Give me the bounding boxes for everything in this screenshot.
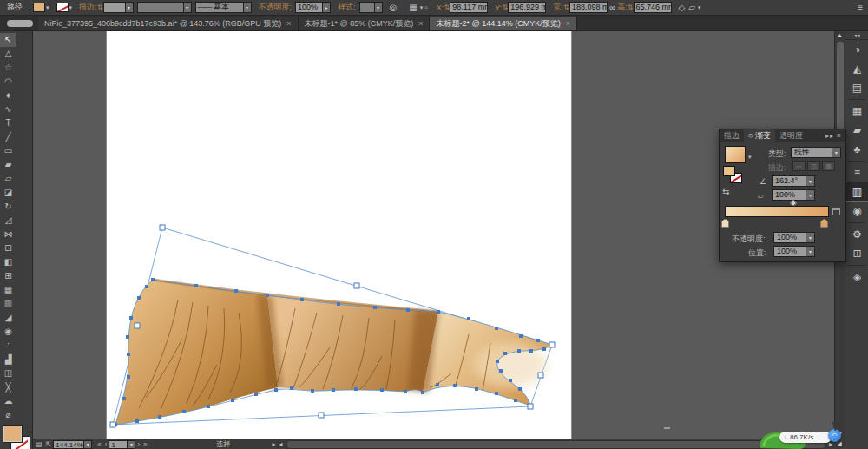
gradient-thumbnail-swatch[interactable] — [725, 146, 746, 163]
rotate-tool-icon[interactable]: ↻ — [0, 200, 16, 214]
style-dropdown-icon[interactable]: ▾ — [375, 2, 383, 13]
close-tab-icon[interactable]: × — [286, 19, 291, 28]
speed-readout[interactable]: ↓86.7K/s — [779, 432, 832, 443]
gradient-angle-field[interactable]: 162.4° — [772, 175, 806, 187]
style-label[interactable]: 样式: — [338, 2, 356, 13]
panel-collapse-icon[interactable]: ▸▸ — [825, 132, 834, 140]
height-field[interactable]: 65.746 mm — [634, 2, 672, 13]
pen-tool-icon[interactable]: ♦ — [0, 89, 16, 102]
stroke-stepper[interactable]: ⇅ — [97, 2, 103, 13]
close-tab-icon[interactable]: × — [418, 19, 423, 28]
width-tool-icon[interactable]: ⋈ — [0, 228, 16, 241]
panel-tab-gradient[interactable]: ○ 渐变 — [744, 129, 775, 142]
document-setup-icon[interactable]: ◎ — [390, 3, 398, 12]
eraser-tool-icon[interactable]: ◪ — [0, 186, 16, 200]
panel-tab-transparency[interactable]: 透明度 — [775, 129, 807, 142]
artboards-panel-icon[interactable]: ▦ — [845, 102, 868, 121]
document-tab-1[interactable]: NiPic_377395_406b9cdd7b17c93b.ai* @ 143.… — [38, 17, 299, 30]
angle-dropdown-icon[interactable]: ▾ — [806, 175, 815, 187]
prev-artboard-icon[interactable]: ‹ — [105, 440, 108, 448]
shear-icon[interactable]: ▱ — [688, 3, 695, 12]
align-dropdown-icon[interactable]: ▾ — [420, 4, 424, 11]
width-profile-dropdown-icon[interactable]: ▾ — [184, 2, 192, 13]
layers-panel-icon[interactable]: ◈ — [845, 267, 868, 287]
fill-dropdown-icon[interactable]: ▾ — [46, 4, 49, 11]
lasso-tool-icon[interactable]: ◠ — [0, 75, 16, 89]
stroke-weight-field[interactable] — [103, 2, 126, 13]
artboard-number-field[interactable]: 1 — [108, 440, 128, 449]
selection-tool-icon[interactable]: ↖ — [0, 33, 16, 47]
gradient-stop-start[interactable] — [721, 219, 729, 228]
tools-panel-grip[interactable] — [7, 20, 33, 27]
opacity-dropdown-icon[interactable]: ▸ — [323, 2, 331, 13]
stroke-weight-label[interactable]: 描边: — [79, 2, 97, 13]
free-transform-tool-icon[interactable]: ⊡ — [0, 241, 16, 255]
aspect-ratio-field[interactable]: 100% — [772, 189, 806, 201]
paintbrush-tool-icon[interactable]: ▰ — [0, 158, 16, 172]
artboard-tool-icon[interactable]: ◫ — [0, 366, 16, 380]
fill-swatch[interactable] — [33, 3, 45, 12]
style-field[interactable] — [359, 2, 375, 13]
curvature-tool-icon[interactable]: ∿ — [0, 102, 16, 116]
gradient-fill-stroke-pair[interactable] — [723, 166, 746, 185]
transform-panel-icon[interactable]: ⊞ — [845, 244, 868, 263]
fill-proxy-swatch[interactable] — [3, 426, 22, 442]
stop-opacity-dropdown-icon[interactable]: ▾ — [806, 232, 815, 243]
appearance-panel-icon[interactable]: ◉ — [845, 201, 868, 221]
width-stepper[interactable]: ⇅ — [563, 2, 569, 13]
status-icon-2[interactable]: ⇱ — [46, 440, 52, 448]
symbols-panel-icon[interactable]: ♣ — [845, 140, 868, 159]
stop-location-dropdown-icon[interactable]: ▾ — [806, 246, 815, 257]
canvas-pasteboard[interactable] — [33, 31, 834, 439]
stroke-weight-dropdown-icon[interactable]: ▾ — [126, 2, 134, 13]
reverse-gradient-icon[interactable]: ⇆ — [722, 187, 729, 196]
blend-tool-icon[interactable]: ◉ — [0, 325, 16, 339]
gradient-type-field[interactable]: 线性 — [791, 147, 832, 158]
panel-menu-icon[interactable]: ≡ — [837, 132, 842, 140]
document-tab-3-active[interactable]: 未标题-2* @ 144.14% (CMYK/预览)× — [430, 17, 576, 30]
type-tool-icon[interactable]: T — [0, 116, 16, 130]
brush-dropdown-icon[interactable]: ▾ — [244, 2, 252, 13]
transform-icon[interactable]: ◇ — [679, 3, 686, 12]
rectangle-tool-icon[interactable]: ▭ — [0, 144, 16, 158]
gradient-stop-end[interactable] — [820, 219, 828, 228]
document-tab-2[interactable]: 未标题-1* @ 85% (CMYK/预览)× — [299, 17, 431, 30]
slice-tool-icon[interactable]: ╳ — [0, 380, 16, 394]
y-stepper[interactable]: ⇅ — [502, 2, 508, 13]
gradient-tool-icon[interactable]: ▥ — [0, 297, 16, 311]
stroke-panel-icon[interactable]: ≡ — [845, 163, 868, 182]
first-artboard-icon[interactable]: « — [97, 440, 101, 448]
constrain-proportions-icon[interactable]: ∞ — [609, 3, 615, 12]
close-tab-icon[interactable]: × — [566, 19, 570, 28]
select-similar-icon[interactable]: ▫ — [424, 3, 428, 12]
stroke-gradient-across-icon[interactable]: ▥ — [822, 161, 835, 171]
next-artboard-icon[interactable]: › — [137, 440, 140, 448]
swatches-panel-icon[interactable]: ▤ — [845, 78, 868, 97]
stroke-gradient-within-icon[interactable]: ▭ — [792, 161, 806, 171]
zoom-level-field[interactable]: 144.14% — [53, 440, 84, 449]
stop-location-field[interactable]: 100% — [773, 246, 806, 257]
stop-opacity-field[interactable]: 100% — [773, 232, 806, 243]
hscroll-left-icon[interactable]: ◂ — [279, 440, 283, 448]
status-flyout-icon[interactable]: ▸ — [273, 440, 276, 448]
last-artboard-icon[interactable]: » — [143, 440, 147, 448]
brushes-panel-icon[interactable]: ▰ — [845, 121, 868, 140]
shape-builder-tool-icon[interactable]: ◧ — [0, 255, 16, 269]
gradient-panel-icon[interactable]: ▥ — [845, 182, 868, 201]
gradient-slider-bar[interactable] — [725, 206, 829, 217]
stroke-dropdown-icon[interactable]: ▾ — [69, 4, 73, 11]
stroke-gradient-along-icon[interactable]: ◫ — [807, 161, 820, 171]
zoom-dropdown-icon[interactable]: ▾ — [84, 440, 92, 449]
status-icon-1[interactable]: ▤ — [36, 440, 43, 448]
speed-monitor-widget[interactable]: ↓86.7K/s ◠ — [757, 424, 861, 449]
pair-fill-swatch[interactable] — [723, 166, 735, 176]
mesh-tool-icon[interactable]: ▦ — [0, 283, 16, 297]
eyedropper-tool-icon[interactable]: ◢ — [0, 311, 16, 325]
color-panel-icon[interactable]: ◑ — [845, 40, 868, 59]
horizontal-scrollbar[interactable] — [286, 440, 825, 449]
brush-definition-field[interactable]: —— 基本 — [195, 2, 244, 13]
x-field[interactable]: 98.117 mm — [450, 2, 488, 13]
symbol-sprayer-tool-icon[interactable]: ∴ — [0, 339, 16, 353]
width-field[interactable]: 188.098 mm — [569, 2, 608, 13]
delete-stop-icon[interactable] — [832, 208, 840, 215]
